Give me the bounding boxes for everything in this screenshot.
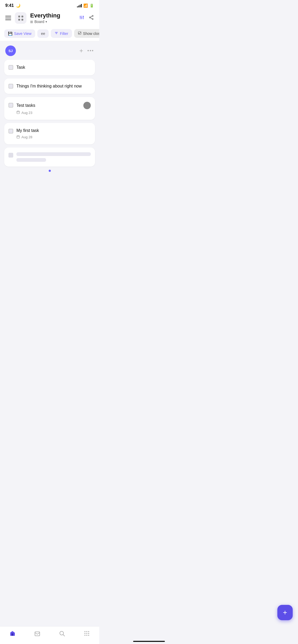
- header-title-area: Everything ⊞ Board ▾: [30, 12, 75, 24]
- skeleton-checkbox: [8, 153, 13, 158]
- skeleton-content: [16, 152, 91, 162]
- svg-point-4: [81, 17, 82, 19]
- moon-icon: 🌙: [16, 3, 20, 8]
- status-time: 9:41: [5, 3, 14, 8]
- page-title: Everything: [30, 12, 75, 19]
- calendar-icon: [16, 135, 20, 140]
- hamburger-line-1: [5, 16, 11, 16]
- add-task-button[interactable]: +: [79, 47, 83, 54]
- task-title: My first task: [16, 128, 91, 134]
- task-card[interactable]: Test tasks Aug 23: [4, 97, 95, 120]
- task-checkbox[interactable]: [8, 103, 13, 108]
- task-title: Test tasks: [16, 103, 35, 108]
- svg-point-3: [80, 17, 81, 18]
- group-label: ee: [41, 31, 45, 36]
- save-view-button[interactable]: 💾 Save View: [4, 29, 35, 38]
- skeleton-line-2: [16, 158, 46, 162]
- filter-label: Filter: [60, 31, 68, 36]
- battery-icon: 🔋: [89, 3, 94, 8]
- task-date: Aug 28: [21, 135, 32, 139]
- task-card[interactable]: My first task Aug 28: [4, 123, 95, 144]
- task-assignee-avatar: [83, 102, 91, 109]
- toolbar: 💾 Save View ee Filter Show closed: [0, 27, 99, 41]
- task-content: Test tasks Aug 23: [16, 102, 91, 115]
- svg-line-10: [91, 16, 92, 17]
- signal-bar-3: [80, 5, 80, 7]
- task-meta: Aug 23: [16, 110, 91, 115]
- board-view-icon: ⊞: [30, 20, 33, 24]
- svg-line-9: [91, 18, 92, 19]
- signal-bar-1: [77, 6, 78, 7]
- signal-bar-2: [78, 6, 79, 7]
- skeleton-card: [4, 148, 95, 167]
- calendar-icon: [16, 110, 20, 115]
- dots-grid-icon: [18, 16, 23, 21]
- signal-bar-4: [81, 4, 82, 7]
- chevron-down-icon: ▾: [46, 20, 47, 24]
- filter-icon: [55, 31, 58, 36]
- task-content: Task: [16, 65, 91, 70]
- share-icon-button[interactable]: [89, 15, 94, 21]
- hamburger-button[interactable]: [5, 16, 11, 20]
- task-title: Things I'm thinking about right now: [16, 83, 91, 89]
- save-icon: 💾: [8, 31, 12, 36]
- save-view-label: Save View: [14, 31, 31, 36]
- task-card[interactable]: Things I'm thinking about right now: [4, 79, 95, 94]
- header-actions: [79, 15, 94, 21]
- filter-button[interactable]: Filter: [51, 29, 72, 38]
- task-meta: Aug 28: [16, 135, 91, 140]
- avatar[interactable]: SJ: [5, 45, 16, 56]
- adjust-icon-button[interactable]: [79, 15, 84, 21]
- signal-bars: [77, 4, 82, 7]
- hamburger-line-2: [5, 18, 11, 18]
- task-content: Things I'm thinking about right now: [16, 83, 91, 89]
- user-actions: + •••: [79, 47, 94, 54]
- avatar-initials: SJ: [8, 49, 13, 53]
- task-title: Task: [16, 65, 91, 70]
- wifi-icon: 📶: [83, 3, 88, 8]
- show-closed-button[interactable]: Show closed: [74, 29, 99, 38]
- scroll-dot-active: [49, 170, 51, 172]
- content-area: SJ + ••• Task Things I'm thinking about …: [0, 41, 99, 203]
- skeleton-line-1: [16, 152, 91, 156]
- task-checkbox[interactable]: [8, 84, 13, 89]
- header: Everything ⊞ Board ▾: [0, 10, 99, 27]
- task-content: My first task Aug 28: [16, 128, 91, 139]
- svg-rect-19: [17, 136, 20, 138]
- scroll-indicator: [4, 170, 95, 172]
- show-closed-label: Show closed: [83, 31, 99, 36]
- task-checkbox[interactable]: [8, 129, 13, 134]
- task-card[interactable]: Task: [4, 60, 95, 75]
- more-options-button[interactable]: •••: [87, 48, 94, 54]
- status-icons: 📶 🔋: [77, 3, 94, 8]
- svg-point-5: [83, 16, 84, 17]
- hamburger-line-3: [5, 20, 11, 20]
- status-left: 9:41 🌙: [5, 3, 20, 8]
- user-row: SJ + •••: [4, 45, 95, 56]
- header-subtitle[interactable]: ⊞ Board ▾: [30, 20, 75, 24]
- checkmark-icon: [78, 31, 82, 36]
- svg-rect-15: [17, 111, 20, 114]
- view-type-button[interactable]: [15, 12, 26, 24]
- task-checkbox[interactable]: [8, 65, 13, 70]
- status-bar: 9:41 🌙 📶 🔋: [0, 0, 99, 10]
- board-label: Board: [34, 20, 44, 24]
- group-by-button[interactable]: ee: [37, 29, 49, 38]
- task-date: Aug 23: [21, 111, 32, 115]
